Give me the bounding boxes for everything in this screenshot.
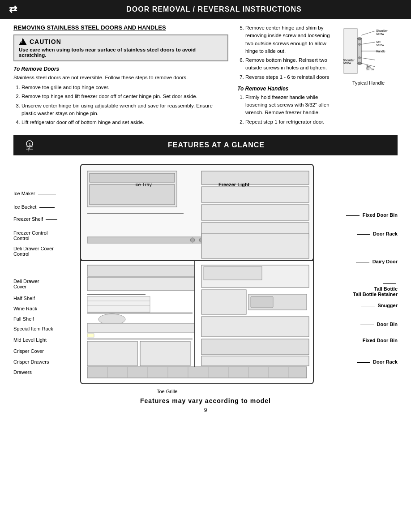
to-remove-doors-steps: Remove toe grille and top hinge cover. R… <box>13 84 228 126</box>
label-crisper-cover: Crisper Drawers <box>13 359 49 365</box>
label-deli-drawer: Half Shelf <box>13 295 35 301</box>
label-fixed-door-bin-top: Fixed Door Bin <box>346 212 398 218</box>
page-number: 9 <box>13 407 398 413</box>
label-full-shelf: Special Item Rack <box>13 326 53 332</box>
step-1: Remove toe grille and top hinge cover. <box>21 84 228 91</box>
label-door-rack-top: Door Rack <box>357 231 398 237</box>
svg-rect-49 <box>87 334 94 337</box>
svg-rect-71 <box>201 339 309 355</box>
label-freezer-shelf: Freezer Shelf <box>13 216 57 222</box>
right-steps-area: Remove center hinge and shim by removing… <box>237 24 398 127</box>
fridge-section: Ice Maker Ice Bucket Freezer Shelf Freez… <box>13 160 398 393</box>
svg-rect-70 <box>201 317 309 337</box>
svg-rect-32 <box>201 171 309 184</box>
step-5: Remove center hinge and shim by removing… <box>245 24 335 55</box>
svg-text:Screw: Screw <box>366 68 374 71</box>
caution-header: CAUTION <box>19 38 223 45</box>
handle-step-1: Firmly hold freezer handle while looseni… <box>245 94 335 117</box>
svg-text:3: 3 <box>28 149 30 152</box>
step-6: Remove bottom hinge. Reinsert two outsid… <box>245 56 335 72</box>
page-header: ⇄ DOOR REMOVAL / REVERSAL INSTRUCTIONS <box>0 0 411 19</box>
to-remove-doors-intro: Stainless steel doors are not reversible… <box>13 74 228 81</box>
typical-handle-label: Typical Handle <box>339 80 398 86</box>
handle-diagram: Shoulder Screw Set Screw Handle Shoulder… <box>339 24 398 127</box>
svg-rect-51 <box>87 341 137 366</box>
label-refrigerator-control: Deli Drawer Cover Control <box>13 246 54 257</box>
fridge-diagram-svg <box>76 160 318 393</box>
svg-text:Set: Set <box>376 40 381 43</box>
label-freezer-light: Freezer Light <box>218 181 249 188</box>
svg-rect-0 <box>344 29 357 73</box>
label-half-shelf: Wine Rack <box>13 305 37 312</box>
svg-rect-30 <box>90 173 175 182</box>
label-fixed-door-bin-bottom: Fixed Door Bin <box>346 337 398 343</box>
caution-box: CAUTION Use care when using tools near s… <box>13 34 228 61</box>
handle-diagram-svg: Shoulder Screw Set Screw Handle Shoulder… <box>342 24 395 78</box>
header-arrow-icon: ⇄ <box>9 4 17 15</box>
step-3: Unscrew center hinge bin using adjustabl… <box>21 102 228 118</box>
footer-note: Features may vary according to model <box>13 397 398 404</box>
left-column: REMOVING STAINLESS STEEL DOORS AND HANDL… <box>13 24 228 128</box>
handle-step-2: Repeat step 1 for refrigerator door. <box>245 118 335 126</box>
right-steps-text: Remove center hinge and shim by removing… <box>237 24 335 127</box>
features-header: 1 2 3 FEATURES AT A GLANCE <box>13 135 398 155</box>
svg-rect-72 <box>201 356 309 366</box>
svg-rect-48 <box>87 323 195 332</box>
svg-rect-66 <box>201 234 309 258</box>
label-ice-bucket: Ice Bucket <box>13 204 55 210</box>
to-remove-handles-steps: Firmly hold freezer handle while looseni… <box>237 94 335 126</box>
label-ice-maker: Ice Maker <box>13 190 56 197</box>
svg-point-5 <box>358 62 361 64</box>
svg-rect-65 <box>204 266 262 280</box>
svg-point-38 <box>190 238 195 242</box>
label-freezer-control: Freezer Control Control <box>13 230 47 241</box>
svg-rect-69 <box>251 296 273 308</box>
label-door-bin: Door Bin <box>360 321 398 327</box>
removing-section-title: REMOVING STAINLESS STEEL DOORS AND HANDL… <box>13 24 228 31</box>
svg-line-6 <box>361 31 375 35</box>
to-remove-handles-subtitle: To Remove Handles <box>237 86 335 92</box>
svg-rect-33 <box>201 187 309 202</box>
svg-rect-52 <box>140 341 190 366</box>
label-door-rack-bottom: Door Rack <box>357 359 398 365</box>
features-icon-svg: 1 2 3 <box>23 138 36 152</box>
svg-text:Screw: Screw <box>376 43 384 47</box>
svg-text:Screw: Screw <box>376 32 384 35</box>
step-7: Reverse steps 1 - 6 to reinstall doors <box>245 73 335 81</box>
svg-text:2: 2 <box>28 146 30 149</box>
label-ice-tray: Ice Tray <box>134 181 152 188</box>
step-4: Lift refrigerator door off of bottom hin… <box>21 119 228 126</box>
label-special-item-rack: Mid Level Light <box>13 337 47 343</box>
to-remove-doors-subtitle: To Remove Doors <box>13 66 228 72</box>
caution-label: CAUTION <box>30 38 61 45</box>
top-section: REMOVING STAINLESS STEEL DOORS AND HANDL… <box>13 24 398 128</box>
main-content: REMOVING STAINLESS STEEL DOORS AND HANDL… <box>0 24 411 413</box>
features-section-title: FEATURES AT A GLANCE <box>44 141 389 149</box>
svg-point-47 <box>98 314 125 325</box>
label-deli-drawer-cover: Deli Drawer Cover <box>13 279 39 289</box>
label-dairy-door: Dairy Door <box>356 258 398 265</box>
label-tall-bottle-retainer: Tall Bottle Tall Bottle Retainer <box>353 280 398 297</box>
svg-text:Shoulder: Shoulder <box>376 29 388 32</box>
svg-rect-53 <box>87 367 307 378</box>
fridge-wrapper: Ice Maker Ice Bucket Freezer Shelf Freez… <box>13 160 398 393</box>
step-2: Remove top hinge and lift freezer door o… <box>21 93 228 100</box>
label-crisper-drawers: Drawers <box>13 369 32 375</box>
caution-icon <box>19 38 27 45</box>
page-title: DOOR REMOVAL / REVERSAL INSTRUCTIONS <box>26 5 402 13</box>
svg-rect-40 <box>87 265 195 276</box>
svg-rect-67 <box>201 290 246 314</box>
features-icon: 1 2 3 <box>22 138 37 152</box>
svg-point-2 <box>358 38 361 40</box>
right-column: Remove center hinge and shim by removing… <box>237 24 398 128</box>
caution-text: Use care when using tools near surface o… <box>19 47 223 58</box>
svg-point-3 <box>359 43 361 46</box>
svg-rect-31 <box>90 184 175 205</box>
svg-rect-34 <box>201 205 309 220</box>
label-wine-rack: Full Shelf <box>13 316 34 322</box>
svg-rect-43 <box>87 296 150 312</box>
svg-line-9 <box>361 58 375 60</box>
svg-rect-41 <box>87 277 195 291</box>
label-toe-grille: Toe Grille <box>157 388 177 395</box>
right-numbered-list: Remove center hinge and shim by removing… <box>237 24 335 81</box>
